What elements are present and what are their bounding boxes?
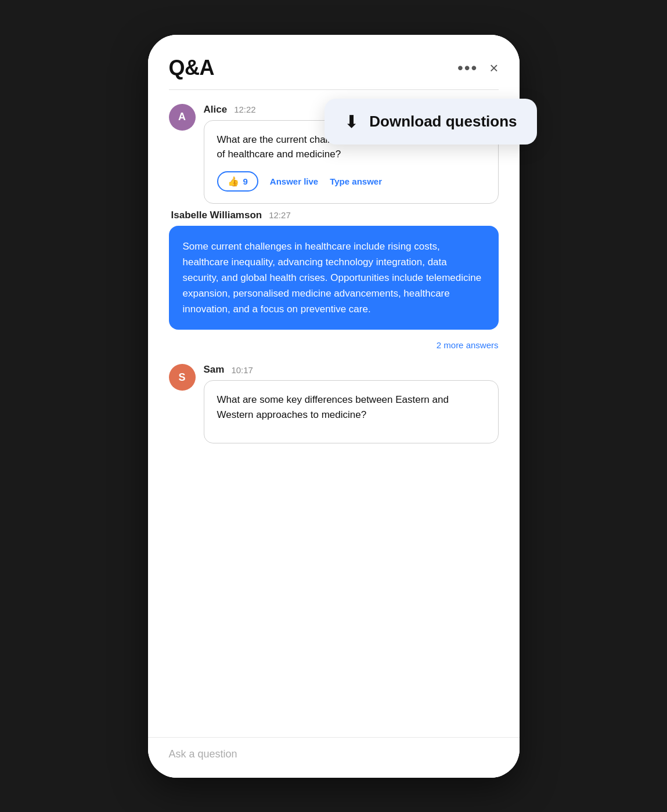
answer-section-1: Isabelle Williamson 12:27 Some current c…	[169, 210, 499, 330]
footer-input-area[interactable]: Ask a question	[148, 737, 520, 778]
avatar-sam: S	[169, 364, 196, 391]
ask-question-placeholder[interactable]: Ask a question	[169, 748, 237, 760]
close-icon[interactable]: ×	[489, 60, 498, 75]
sender-time-sam: 10:17	[231, 365, 253, 375]
question-bubble-2: What are some key differences between Ea…	[204, 380, 499, 443]
qa-panel: Q&A ••• × A Alice 12:22	[148, 35, 520, 778]
like-count: 9	[243, 176, 248, 186]
download-dropdown[interactable]: ⬇ Download questions	[325, 99, 536, 145]
download-label: Download questions	[369, 113, 517, 131]
like-button-1[interactable]: 👍 9	[217, 171, 258, 192]
question-text-2: What are some key differences between Ea…	[217, 392, 485, 422]
answer-text: Some current challenges in healthcare in…	[183, 241, 482, 315]
message-content-2: Sam 10:17 What are some key differences …	[204, 364, 499, 443]
sender-name-alice: Alice	[204, 104, 228, 116]
answer-sender-info: Isabelle Williamson 12:27	[169, 210, 499, 221]
answer-live-link[interactable]: Answer live	[270, 176, 318, 186]
chat-area: A Alice 12:22 What are the current chall…	[148, 90, 520, 737]
phone-frame: Q&A ••• × A Alice 12:22	[148, 35, 520, 778]
answer-bubble: Some current challenges in healthcare in…	[169, 226, 499, 330]
header-actions: ••• ×	[457, 59, 499, 77]
sender-time-alice: 12:22	[234, 104, 256, 114]
avatar-alice: A	[169, 104, 196, 131]
thumbs-up-icon: 👍	[228, 176, 239, 187]
panel-title: Q&A	[169, 56, 215, 80]
answer-sender-name: Isabelle Williamson	[171, 210, 262, 221]
question-item-2: S Sam 10:17 What are some key difference…	[169, 364, 499, 443]
answer-time: 12:27	[269, 210, 291, 220]
more-options-icon[interactable]: •••	[457, 59, 478, 77]
sender-info-2: Sam 10:17	[204, 364, 499, 376]
sender-name-sam: Sam	[204, 364, 225, 376]
type-answer-link[interactable]: Type answer	[330, 176, 382, 186]
question-actions-1: 👍 9 Answer live Type answer	[217, 171, 485, 192]
more-answers-link[interactable]: 2 more answers	[169, 340, 499, 350]
header: Q&A ••• ×	[148, 35, 520, 89]
download-icon: ⬇	[344, 111, 359, 132]
